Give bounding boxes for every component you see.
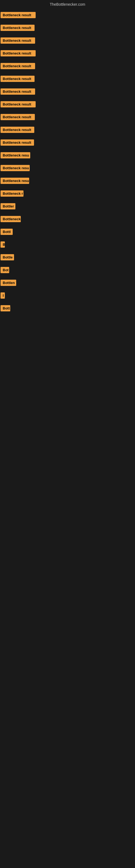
result-row: Bottleneck result (0, 9, 135, 22)
bottleneck-label[interactable]: Bottleneck (1, 216, 21, 222)
result-row: Bottleneck (0, 213, 135, 225)
bottleneck-label[interactable]: Bottleneck result (1, 12, 36, 18)
bottleneck-label[interactable]: Bottleneck result (1, 63, 35, 69)
bottleneck-label[interactable]: Bottleneck result (1, 50, 36, 56)
bottleneck-label[interactable]: I (1, 292, 5, 299)
result-row: Bottleneck result (0, 98, 135, 111)
bottleneck-label[interactable]: B (1, 241, 5, 248)
result-row: Bottleneck resu (0, 149, 135, 162)
result-row: I (0, 289, 135, 302)
bottleneck-label[interactable]: Bottleneck resu (1, 165, 30, 171)
bottleneck-label[interactable]: Bottleneck result (1, 101, 36, 107)
result-row: Bottleneck result (0, 72, 135, 85)
site-title: TheBottlenecker.com (0, 0, 135, 9)
result-row: Bottleneck r (0, 187, 135, 200)
bottleneck-label[interactable]: Bottleneck result (1, 76, 35, 82)
result-row: Bottleneck resu (0, 162, 135, 175)
result-row: Bottler (0, 200, 135, 213)
result-row: Bottleneck result (0, 85, 135, 98)
result-row: Bottleneck result (0, 22, 135, 34)
result-row: Bottlen (0, 276, 135, 289)
result-row: Bottl (0, 225, 135, 238)
bottleneck-label[interactable]: Bottle (1, 254, 14, 260)
bottleneck-label[interactable]: Bottleneck result (1, 127, 34, 133)
result-row: Bottleneck result (0, 47, 135, 60)
bottleneck-label[interactable]: Bottleneck result (1, 88, 35, 95)
bottleneck-label[interactable]: Bottleneck result (1, 140, 34, 146)
result-row: Bott (0, 302, 135, 315)
result-row: Bottleneck result (0, 136, 135, 149)
result-row: Bot (0, 264, 135, 276)
site-header: TheBottlenecker.com (0, 0, 135, 9)
bottleneck-label[interactable]: Bottleneck resu (1, 152, 30, 158)
bottleneck-label[interactable]: Bottleneck result (1, 25, 35, 31)
bottleneck-label[interactable]: Bottleneck result (1, 114, 35, 120)
bottleneck-label[interactable]: Bottleneck resu (1, 178, 29, 184)
bottleneck-label[interactable]: Bot (1, 267, 9, 273)
result-row: Bottle (0, 251, 135, 264)
bottleneck-label[interactable]: Bott (1, 305, 10, 311)
result-row: B (0, 238, 135, 251)
bottleneck-label[interactable]: Bottl (1, 229, 13, 235)
result-row: Bottleneck result (0, 111, 135, 123)
bottleneck-label[interactable]: Bottler (1, 203, 15, 209)
bottleneck-label[interactable]: Bottlen (1, 280, 16, 286)
bottleneck-label[interactable]: Bottleneck r (1, 190, 24, 197)
result-row: Bottleneck result (0, 123, 135, 136)
result-row: Bottleneck resu (0, 175, 135, 187)
result-row: Bottleneck result (0, 34, 135, 47)
bottleneck-label[interactable]: Bottleneck result (1, 37, 35, 44)
result-row: Bottleneck result (0, 60, 135, 72)
results-container: Bottleneck resultBottleneck resultBottle… (0, 9, 135, 315)
